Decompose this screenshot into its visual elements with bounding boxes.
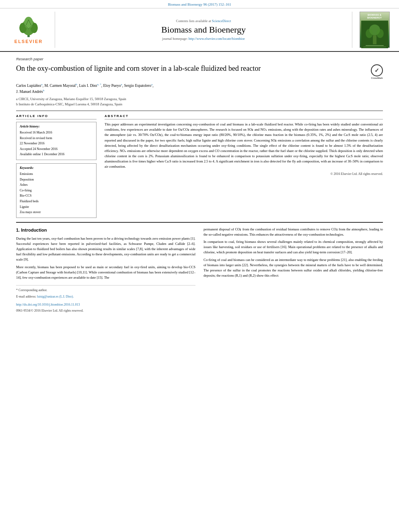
abstract-text: This paper addresses an experimental inv… [105, 122, 383, 170]
section1-title: 1. Introduction [16, 227, 195, 234]
journal-homepage: journal homepage: http://www.elsevier.co… [162, 37, 245, 41]
science-direct-link[interactable]: ScienceDirect [212, 19, 231, 23]
elsevier-brand-text: ELSEVIER [14, 39, 43, 44]
homepage-url-link[interactable]: http://www.elsevier.com/locate/biombioe [189, 37, 245, 41]
paper-type-label: Research paper [16, 57, 383, 61]
abstract-paragraph: This paper addresses an experimental inv… [105, 122, 383, 170]
author-diez: Luis I. Díez [79, 84, 97, 88]
paper-title: On the oxy-combustion of lignite and cor… [16, 64, 383, 73]
body-col-right: permanent disposal of CO₂ from the combu… [204, 227, 383, 314]
top-journal-bar: Biomass and Bioenergy 96 (2017) 152–161 [0, 0, 399, 8]
abstract-header: ABSTRACT [105, 114, 383, 119]
copyright-notice: © 2016 Elsevier Ltd. All rights reserved… [105, 172, 383, 176]
cover-image-icon [361, 21, 388, 48]
body-p2: More recently, biomass has been proposed… [16, 265, 195, 281]
author-andres: J. Manuel Andrés [16, 90, 43, 94]
cover-title-text: BIOMASS & BIOENERGY [361, 14, 388, 19]
body-p3: permanent disposal of CO₂ from the combu… [204, 227, 383, 237]
affiliation-a: a CIRCE, University of Zaragoza, Mariano… [16, 97, 383, 102]
journal-title-area: Contents lists available at ScienceDirec… [55, 12, 352, 48]
body-p5: Co-firing of coal and biomass can be con… [204, 257, 383, 279]
body-p4: In comparison to coal, firing biomass sh… [204, 239, 383, 255]
footnote-area: * Corresponding author. E-mail address: … [16, 285, 195, 299]
article-abstract-section: ARTICLE INFO Article history: Received 1… [16, 114, 383, 218]
keyword-3: Ashes [20, 182, 93, 188]
available-date: Available online 1 December 2016 [20, 152, 93, 157]
keyword-1: Emissions [20, 171, 93, 177]
cover-image-area [361, 21, 388, 48]
svg-rect-11 [373, 35, 376, 44]
history-title: Article history: [20, 125, 93, 128]
svg-point-4 [24, 16, 33, 28]
journal-citation: Biomass and Bioenergy 96 (2017) 152–161 [168, 2, 231, 6]
affiliations: a CIRCE, University of Zaragoza, Mariano… [16, 97, 383, 107]
author-pueyo: Eloy Pueyo [103, 84, 121, 88]
article-info-header: ARTICLE INFO [16, 114, 97, 119]
header-divider [16, 111, 383, 111]
keyword-7: Lignite [20, 204, 93, 210]
body-divider [16, 222, 383, 223]
received-revised-label: Received in revised form [20, 136, 93, 141]
svg-point-13 [376, 29, 383, 38]
received-date: Received 16 March 2016 [20, 130, 93, 136]
keyword-5: Bio-CCS [20, 193, 93, 199]
affiliation-b: b Instituto de Carboquímica-CSIC, Miguel… [16, 102, 383, 107]
author-lupiañez: Carlos Lupiáñez [16, 84, 41, 88]
accepted-date: Accepted 24 November 2016 [20, 146, 93, 152]
keyword-4: Co-firing [20, 188, 93, 193]
elsevier-logo-area: ELSEVIER [6, 12, 51, 48]
keywords-box: Keywords: Emissions Deposition Ashes Co-… [16, 163, 97, 218]
crossmark-badge: ✓ CrossMark [371, 64, 383, 79]
keyword-8: Zea mays stover [20, 210, 93, 215]
doi-link[interactable]: http://dx.doi.org/10.1016/j.biombioe.201… [16, 303, 80, 306]
svg-point-12 [366, 29, 373, 38]
keyword-2: Deposition [20, 177, 93, 183]
journal-header: ELSEVIER Contents lists available at Sci… [0, 8, 399, 52]
authors-line: Carlos Lupiáñeza, M. Carmen Mayoralb, Lu… [16, 82, 383, 95]
article-history-box: Article history: Received 16 March 2016 … [16, 122, 97, 160]
footnote-email: E-mail address: luisig@unizar.es (L.I. D… [16, 294, 195, 299]
journal-name-display: Biomass and Bioenergy [161, 25, 246, 35]
main-content: Research paper ✓ CrossMark On the oxy-co… [0, 52, 399, 318]
doi-link-area: http://dx.doi.org/10.1016/j.biombioe.201… [16, 302, 195, 307]
crossmark-icon: ✓ [371, 64, 383, 76]
keyword-6: Fluidized beds [20, 199, 93, 204]
body-col-left: 1. Introduction During the last ten year… [16, 227, 195, 314]
elsevier-tree-icon [14, 16, 43, 38]
abstract-col: ABSTRACT This paper addresses an experim… [105, 114, 383, 218]
keywords-title: Keywords: [20, 166, 93, 170]
author-mayoral: M. Carmen Mayoral [44, 84, 76, 88]
body-p1: During the last ten years, oxy-fuel comb… [16, 236, 195, 263]
email-link[interactable]: luisig@unizar.es (L.I. Díez). [37, 295, 74, 298]
email-label: E-mail address: [16, 295, 36, 298]
issn-copyright: 0961-9534/© 2016 Elsevier Ltd. All right… [16, 308, 195, 313]
body-section: 1. Introduction During the last ten year… [16, 227, 383, 314]
footnote-corresponding: * Corresponding author. [16, 288, 195, 293]
author-espatolero: Sergio Espatolero [124, 84, 151, 88]
received-revised-date: 22 November 2016 [20, 141, 93, 146]
science-direct-label: Contents lists available at ScienceDirec… [176, 19, 231, 23]
crossmark-label: CrossMark [371, 77, 383, 79]
cover-box: BIOMASS & BIOENERGY [360, 12, 390, 48]
journal-cover: BIOMASS & BIOENERGY [356, 12, 393, 48]
article-info-col: ARTICLE INFO Article history: Received 1… [16, 114, 97, 218]
